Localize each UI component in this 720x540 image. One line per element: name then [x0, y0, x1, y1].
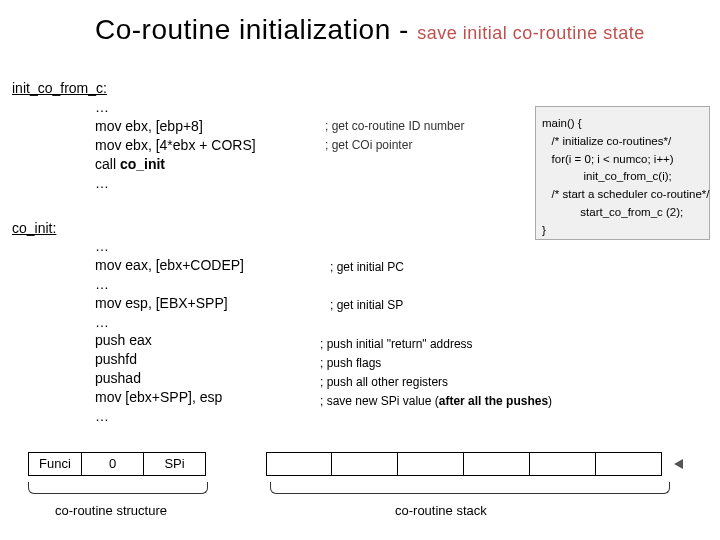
brace-structure [28, 482, 208, 494]
stack-cell [332, 452, 398, 476]
asm-block-init-co-from-c: … mov ebx, [ebp+8] mov ebx, [4*ebx + COR… [95, 98, 256, 192]
asm-block-co-init: … mov eax, [ebx+CODEP] … mov esp, [EBX+S… [95, 237, 244, 426]
label-co-init: co_init: [12, 220, 56, 236]
stack-cell [398, 452, 464, 476]
label-init-co-from-c: init_co_from_c: [12, 80, 107, 96]
cell-func: Funci [28, 452, 82, 476]
brace-label-stack: co-routine stack [395, 503, 487, 518]
comments-block2a: ; get initial PC ; get initial SP [330, 258, 404, 315]
arrow-left-icon [674, 459, 683, 469]
stack-cell [596, 452, 662, 476]
stack-cell [266, 452, 332, 476]
stack-cell [530, 452, 596, 476]
cell-spi: SPi [144, 452, 206, 476]
title-sub: save initial co-routine state [417, 23, 645, 43]
coroutine-diagram: Funci0SPi [28, 452, 662, 476]
brace-label-structure: co-routine structure [55, 503, 167, 518]
main-code-box: main() { /* initialize co-routines*/ for… [535, 106, 710, 240]
brace-stack [270, 482, 670, 494]
title-main: Co-routine initialization - [95, 14, 417, 45]
comments-block1: ; get co-routine ID number ; get COi poi… [325, 117, 464, 155]
comments-block2b: ; push initial "return" address ; push f… [320, 335, 552, 411]
cell-zero: 0 [82, 452, 144, 476]
stack-cell [464, 452, 530, 476]
